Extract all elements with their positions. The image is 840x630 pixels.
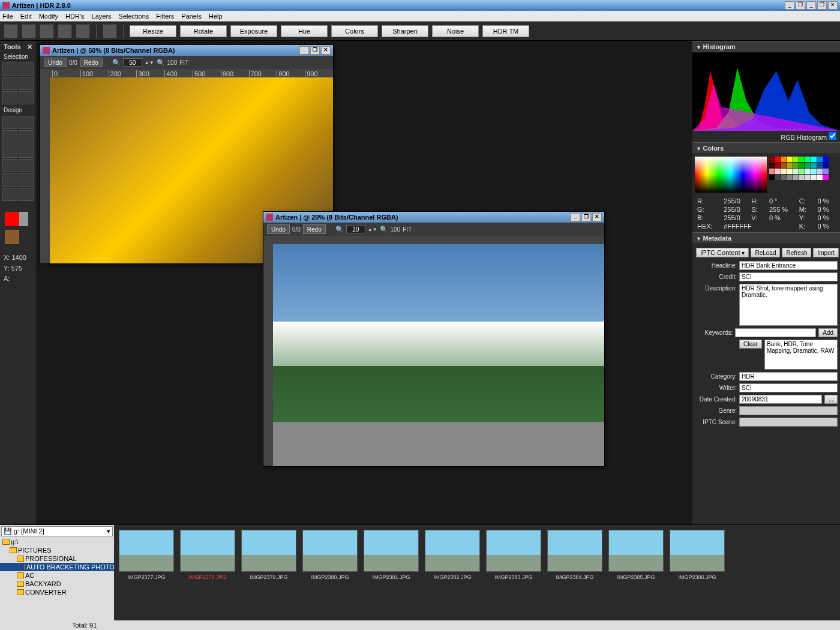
menu-edit[interactable]: Edit: [20, 13, 32, 20]
histogram-checkbox[interactable]: [829, 132, 836, 140]
document-window-2[interactable]: Artizen | @ 20% (8 Bits/Channel RGBA) _❐…: [263, 211, 605, 467]
thumbnail-image[interactable]: [425, 530, 480, 572]
zoomout-icon[interactable]: 🔍: [335, 226, 344, 233]
zoomin-icon[interactable]: 🔍: [157, 59, 165, 67]
toolbar-colors[interactable]: Colors: [331, 25, 378, 37]
tool-dodge[interactable]: [2, 145, 17, 158]
menu-filters[interactable]: Filters: [156, 13, 174, 20]
keyword-list[interactable]: [764, 340, 838, 370]
thumbnail-image[interactable]: [180, 530, 235, 572]
texture-swatch[interactable]: [5, 230, 19, 244]
category-field[interactable]: [739, 372, 838, 381]
open-icon[interactable]: [22, 24, 36, 38]
doc2-undo[interactable]: Undo: [267, 224, 290, 234]
zoom-spinner[interactable]: ▲▼: [145, 60, 154, 65]
import-button[interactable]: Import: [813, 248, 838, 257]
doc2-100[interactable]: 100: [391, 226, 401, 233]
thumbnail-image[interactable]: [670, 530, 725, 572]
iptc-select[interactable]: IPTC Content ▾: [696, 248, 749, 257]
zoomin-icon[interactable]: 🔍: [380, 226, 388, 233]
thumbnail[interactable]: IMGP2379.JPG: [241, 530, 296, 616]
toolbox-close-icon[interactable]: ✕: [27, 43, 32, 51]
menu-help[interactable]: Help: [209, 13, 223, 20]
pointer-icon[interactable]: [103, 24, 117, 38]
camera-icon[interactable]: [58, 24, 72, 38]
folder-node[interactable]: PROFESSIONAL: [0, 554, 114, 563]
minimize-button[interactable]: _: [785, 1, 794, 10]
toolbar-hue[interactable]: Hue: [281, 25, 328, 37]
toolbar-noise[interactable]: Noise: [432, 25, 479, 37]
thumbnail[interactable]: IMGP2380.JPG: [302, 530, 358, 616]
color-spectrum[interactable]: [695, 157, 767, 193]
headline-field[interactable]: [739, 261, 838, 270]
folder-node[interactable]: g:\: [0, 538, 114, 546]
new-icon[interactable]: [4, 24, 18, 38]
folder-tree[interactable]: 💾 g: [MINI 2]▾ g:\PICTURESPROFESSIONALAU…: [0, 525, 114, 620]
doc1-fit[interactable]: FIT: [179, 59, 188, 66]
doc1-max[interactable]: ❐: [310, 46, 320, 55]
thumbnail-image[interactable]: [608, 530, 664, 572]
menu-panels[interactable]: Panels: [181, 13, 202, 20]
doc2-redo[interactable]: Redo: [303, 224, 326, 234]
doc2-fit[interactable]: FIT: [403, 226, 412, 233]
folder-node[interactable]: CONVERTER: [0, 588, 114, 596]
folder-node[interactable]: PICTURES: [0, 546, 114, 554]
toolbar-exposure[interactable]: Exposure: [230, 25, 277, 37]
add-button[interactable]: Add: [818, 328, 838, 337]
zoomout-icon[interactable]: 🔍: [112, 59, 121, 67]
restore-button[interactable]: ❐: [796, 1, 805, 10]
genre-field[interactable]: [739, 406, 838, 415]
tool-burn[interactable]: [19, 145, 34, 158]
menu-modify[interactable]: Modify: [39, 13, 58, 20]
tool-ellipse[interactable]: [19, 77, 34, 90]
menu-hdr's[interactable]: HDR's: [65, 13, 84, 20]
doc1-zoom[interactable]: [123, 58, 142, 67]
thumbnail-image[interactable]: [364, 530, 419, 572]
minimize2-button[interactable]: _: [806, 1, 816, 10]
doc2-image[interactable]: [273, 244, 604, 466]
doc2-min[interactable]: _: [571, 213, 580, 221]
save-icon[interactable]: [40, 24, 54, 38]
reload-button[interactable]: ReLoad: [751, 248, 780, 257]
doc2-close[interactable]: ✕: [592, 213, 602, 221]
date-picker-button[interactable]: ...: [824, 395, 838, 404]
tool-marquee[interactable]: [2, 77, 17, 90]
doc1-redo[interactable]: Redo: [80, 58, 103, 67]
refresh-button[interactable]: Refresh: [782, 248, 811, 257]
tool-clone[interactable]: [19, 130, 34, 143]
tool-crop[interactable]: [19, 91, 34, 104]
thumbnail[interactable]: IMGP2385.JPG: [608, 530, 664, 616]
description-field[interactable]: [739, 284, 838, 326]
doc2-max[interactable]: ❐: [581, 213, 591, 221]
tool-airbrush[interactable]: [2, 130, 17, 143]
toolbar-rotate[interactable]: Rotate: [180, 25, 227, 37]
tool-pointer[interactable]: [2, 62, 17, 76]
tool-pencil[interactable]: [19, 116, 34, 129]
thumbnail[interactable]: IMGP2383.JPG: [486, 530, 541, 616]
menu-selections[interactable]: Selections: [119, 13, 149, 20]
foreground-swatch[interactable]: [5, 212, 19, 226]
thumbnail-image[interactable]: [119, 530, 174, 572]
thumbnail-image[interactable]: [486, 530, 541, 572]
toolbar-resize[interactable]: Resize: [130, 25, 176, 37]
keywords-field[interactable]: [735, 328, 816, 337]
colors-header[interactable]: Colors: [692, 142, 840, 154]
thumbnail-image[interactable]: [302, 530, 358, 572]
tool-eyedrop[interactable]: [2, 188, 17, 201]
doc1-min[interactable]: _: [299, 46, 309, 55]
menu-file[interactable]: File: [2, 13, 13, 20]
thumbnail[interactable]: IMGP2377.JPG: [119, 530, 174, 616]
tool-brush[interactable]: [2, 116, 17, 129]
clear-button[interactable]: Clear: [739, 340, 762, 349]
tool-eraser[interactable]: [19, 188, 34, 201]
zoom-spinner[interactable]: ▲▼: [368, 227, 377, 232]
thumbnail[interactable]: IMGP2381.JPG: [364, 530, 419, 616]
date-field[interactable]: [739, 395, 822, 404]
thumbnail-strip[interactable]: IMGP2377.JPGIMGP2378.JPGIMGP2379.JPGIMGP…: [114, 525, 840, 620]
doc1-100[interactable]: 100: [167, 59, 178, 66]
thumbnail-image[interactable]: [547, 530, 602, 572]
thumbnail[interactable]: IMGP2384.JPG: [547, 530, 602, 616]
writer-field[interactable]: [739, 383, 838, 392]
doc1-close[interactable]: ✕: [321, 46, 331, 55]
toolbar-hdr-tm[interactable]: HDR TM: [482, 25, 529, 37]
